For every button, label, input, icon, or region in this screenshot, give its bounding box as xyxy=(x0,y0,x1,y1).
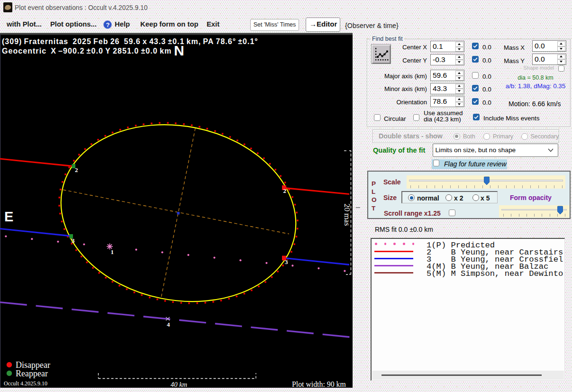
svg-text:Disappear: Disappear xyxy=(16,360,50,370)
svg-text:40 km: 40 km xyxy=(171,381,187,388)
svg-text:(309) Fraternitas 2025 Feb 26: (309) Fraternitas 2025 Feb 26 59.6 x 43.… xyxy=(2,37,258,46)
svg-text:3: 3 xyxy=(72,237,75,244)
svg-text:20 mas: 20 mas xyxy=(343,203,352,226)
svg-text:Occult 4.2025.9.10: Occult 4.2025.9.10 xyxy=(4,380,47,387)
svg-text:E: E xyxy=(4,209,13,224)
svg-text:Plot width: 90 km: Plot width: 90 km xyxy=(292,380,346,388)
svg-text:2: 2 xyxy=(283,187,287,194)
svg-text:Geocentric X –900.2 ±0.0 Y 285: Geocentric X –900.2 ±0.0 Y 2851.0 ±0.0 k… xyxy=(2,47,172,55)
svg-text:N: N xyxy=(174,43,184,58)
svg-text:3: 3 xyxy=(285,258,288,265)
svg-text:1: 1 xyxy=(111,248,114,255)
svg-text:Reappear: Reappear xyxy=(16,369,48,378)
svg-text:2: 2 xyxy=(75,166,78,173)
svg-text:4: 4 xyxy=(167,321,170,328)
